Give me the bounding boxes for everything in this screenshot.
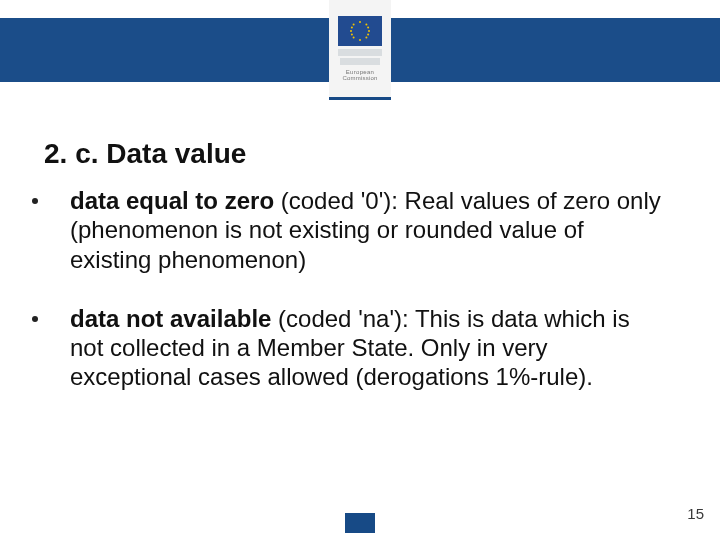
logo-building-icon (329, 49, 391, 65)
footer-eu-flag-icon (345, 513, 375, 533)
logo-label-2: Commission (342, 75, 377, 81)
svg-point-11 (351, 34, 353, 36)
svg-point-10 (367, 27, 369, 29)
bullet-dot-icon (32, 316, 38, 322)
eu-flag-icon (338, 16, 382, 46)
svg-point-12 (367, 34, 369, 36)
svg-point-6 (365, 24, 367, 26)
bullet-item: data not available (coded 'na'): This is… (32, 304, 668, 392)
svg-point-9 (351, 27, 353, 29)
svg-point-7 (353, 36, 355, 38)
bullet-bold: data not available (70, 305, 271, 332)
svg-point-4 (368, 30, 370, 32)
svg-point-2 (359, 39, 361, 41)
bullet-item: data equal to zero (coded '0'): Real val… (32, 186, 668, 274)
svg-point-8 (365, 36, 367, 38)
bullet-text: data not available (coded 'na'): This is… (70, 304, 668, 392)
svg-point-3 (350, 30, 352, 32)
bullet-bold: data equal to zero (70, 187, 274, 214)
svg-point-5 (353, 24, 355, 26)
page-number: 15 (687, 505, 704, 522)
slide-content: data equal to zero (coded '0'): Real val… (32, 186, 668, 422)
slide: European Commission 2. c. Data value dat… (0, 0, 720, 540)
bullet-dot-icon (32, 198, 38, 204)
svg-rect-13 (345, 513, 375, 533)
bullet-text: data equal to zero (coded '0'): Real val… (70, 186, 668, 274)
slide-title: 2. c. Data value (44, 138, 246, 170)
logo-text: European Commission (342, 69, 377, 81)
ec-logo: European Commission (329, 0, 391, 100)
svg-point-1 (359, 21, 361, 23)
